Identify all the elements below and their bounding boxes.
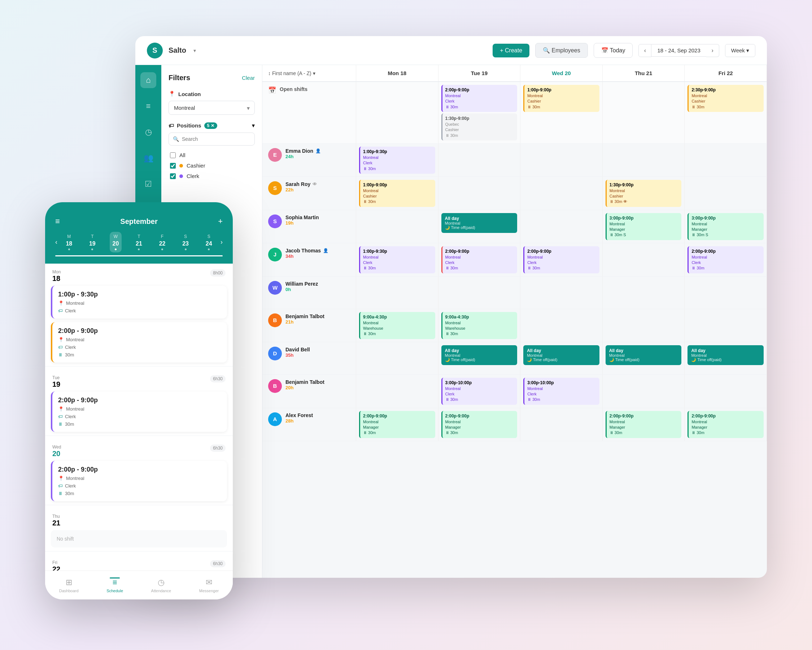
alex-shift-mon[interactable]: 2:00p-9:00p Montreal Manager ⏸ 30m xyxy=(359,411,435,438)
emma-fri xyxy=(685,144,767,177)
sarah-fri xyxy=(685,177,767,210)
mobile-day-w[interactable]: W 20 xyxy=(110,232,122,252)
alex-shift-thu[interactable]: 2:00p-9:00p Montreal Manager ⏸ 30m xyxy=(606,411,682,438)
sidebar-check-icon[interactable]: ☑ xyxy=(140,176,156,192)
alex-fri: 2:00p-9:00p Montreal Manager ⏸ 30m xyxy=(685,408,767,441)
mobile-next-week[interactable]: › xyxy=(220,238,223,246)
benjamin2-wed: 3:00p-10:00p Montreal Clerk ⏸ 30m xyxy=(520,375,603,408)
mobile-week-nav: ‹ M 18 T 19 W 20 xyxy=(55,232,223,252)
benjamin2-fri xyxy=(685,375,767,408)
mobile-days: M 18 T 19 W 20 T xyxy=(57,232,220,252)
david-name: David Bell xyxy=(285,347,310,352)
location-select[interactable]: Montreal xyxy=(168,101,255,115)
open-shift-fri-card[interactable]: 2:30p-9:00p Montreal Cashier ⏸ 30m xyxy=(687,85,764,112)
mobile-day-s2[interactable]: S 24 xyxy=(203,232,215,252)
mobile-nav-attendance[interactable]: ◷ Attendance xyxy=(151,578,171,593)
sarah-shift-mon[interactable]: 1:00p-9:00p Montreal Cashier ⏸ 30m xyxy=(359,180,435,207)
benjamin2-shift-wed[interactable]: 3:00p-10:00p Montreal Clerk ⏸ 30m xyxy=(523,378,600,405)
mobile-day-t1[interactable]: T 19 xyxy=(86,232,99,252)
mobile-shift-loc-mon-2: 📍 Montreal xyxy=(58,337,221,342)
positions-collapse-icon[interactable]: ▾ xyxy=(252,122,255,129)
alex-shift-tue[interactable]: 2:00p-9:00p Montreal Manager ⏸ 30m xyxy=(441,411,517,438)
today-button[interactable]: 📅 Today xyxy=(594,43,633,58)
jacob-shift-tue[interactable]: 2:00p-9:00p Montreal Clerk ⏸ 30m xyxy=(441,246,517,273)
mobile-shift-wed-1[interactable]: 2:00p - 9:00p 📍 Montreal 🏷 Clerk ⏸ 30m xyxy=(51,461,227,501)
sort-header[interactable]: ↕ First name (A - Z) ▾ xyxy=(263,65,356,81)
sophia-name: Sophia Martin xyxy=(285,214,319,220)
benjamin2-shift-tue[interactable]: 3:00p-10:00p Montreal Clerk ⏸ 30m xyxy=(441,378,517,405)
schedule-area: ↕ First name (A - Z) ▾ Mon 18 Tue 19 Wed… xyxy=(263,65,767,578)
david-timeoff-wed[interactable]: All day Montreal 🌙 Time off(paid) xyxy=(523,345,600,365)
all-checkbox[interactable] xyxy=(170,152,176,158)
location-pin-icon2: 📍 xyxy=(58,337,64,342)
jacob-shift-wed[interactable]: 2:00p-9:00p Montreal Clerk ⏸ 30m xyxy=(523,246,600,273)
mobile-add-icon[interactable]: + xyxy=(218,217,223,226)
next-week-button[interactable]: › xyxy=(706,44,719,57)
clear-button[interactable]: Clear xyxy=(242,75,255,81)
mobile-menu-icon[interactable]: ≡ xyxy=(55,217,60,226)
all-checkbox-item[interactable]: All xyxy=(168,150,255,161)
emma-hours: 24h xyxy=(285,154,321,159)
mobile-shift-mon-1[interactable]: 1:00p - 9:30p 📍 Montreal 🏷 Clerk xyxy=(51,286,227,318)
prev-week-button[interactable]: ‹ xyxy=(638,44,652,57)
cashier-checkbox[interactable] xyxy=(170,163,176,169)
sophia-timeoff-tue[interactable]: All day Montreal 🌙 Time off(paid) xyxy=(441,213,517,233)
emma-mon: 1:00p-9:30p Montreal Clerk ⏸ 30m xyxy=(356,144,438,177)
benjamin2-tue: 3:00p-10:00p Montreal Clerk ⏸ 30m xyxy=(438,375,521,408)
mobile-day-num-mon: Mon 18 xyxy=(52,269,70,283)
sidebar-home-icon[interactable]: ⌂ xyxy=(140,72,156,88)
jacob-shift-fri[interactable]: 2:00p-9:00p Montreal Clerk ⏸ 30m xyxy=(687,246,764,273)
benjamin1-shift-tue[interactable]: 9:00a-4:30p Montreal Warehouse ⏸ 30m xyxy=(441,312,517,339)
mobile-nav-schedule[interactable]: ≡ Schedule xyxy=(107,577,123,593)
app-name: Salto xyxy=(168,46,186,55)
sophia-shift-fri[interactable]: 3:00p-9:00p Montreal Manager ⏸ 30m S xyxy=(687,213,764,240)
open-shift-card-gray[interactable]: 1:30p-9:00p Quebec Cashier ⏸ 30m xyxy=(441,113,517,141)
divider-4 xyxy=(45,551,233,551)
emma-shift-mon[interactable]: 1:00p-9:30p Montreal Clerk ⏸ 30m xyxy=(359,147,435,174)
mobile-day-m[interactable]: M 18 xyxy=(63,232,75,252)
positions-clear-icon[interactable]: ✕ xyxy=(211,123,214,128)
location-pin-icon: 📍 xyxy=(168,91,176,97)
eye-icon: 👁 xyxy=(313,182,317,187)
employee-row-jacob: J Jacob Thomas 👤 34h 1:00p-9:30p Montrea… xyxy=(263,243,767,277)
mobile-shift-loc-mon-1: 📍 Montreal xyxy=(58,300,221,306)
sidebar-list-icon[interactable]: ≡ xyxy=(140,98,156,114)
open-shift-card-orange[interactable]: 1:00p-9:00p Montreal Cashier ⏸ 30m xyxy=(523,85,600,112)
mobile-day-s1[interactable]: S 23 xyxy=(179,232,192,252)
jacob-shift-mon[interactable]: 1:00p-9:30p Montreal Clerk ⏸ 30m xyxy=(359,246,435,273)
alex-shift-fri[interactable]: 2:00p-9:00p Montreal Manager ⏸ 30m xyxy=(687,411,764,438)
david-timeoff-fri[interactable]: All day Montreal 🌙 Time off(paid) xyxy=(687,345,764,365)
clerk-checkbox-item[interactable]: Clerk xyxy=(168,171,255,181)
cashier-checkbox-item[interactable]: Cashier xyxy=(168,161,255,171)
employee-row-benjamin2: B Benjamin Talbot 20h 3:00p-10:00p Montr… xyxy=(263,375,767,408)
week-view-button[interactable]: Week ▾ xyxy=(725,44,756,57)
benjamin2-info: Benjamin Talbot 20h xyxy=(285,379,324,390)
top-bar: S Salto ▾ + Create 🔍 Employees 📅 Today ‹… xyxy=(135,36,767,65)
open-shift-card[interactable]: 2:00p-9:00p Montreal Clerk ⏸ 30m xyxy=(441,85,517,112)
open-shifts-tue: 2:00p-9:00p Montreal Clerk ⏸ 30m 1:30p-9… xyxy=(438,82,521,143)
mobile-shift-tue-1[interactable]: 2:00p - 9:00p 📍 Montreal 🏷 Clerk ⏸ 30m xyxy=(51,392,227,432)
mobile-nav-dashboard[interactable]: ⊞ Dashboard xyxy=(59,578,79,593)
employees-button[interactable]: 🔍 Employees xyxy=(535,43,588,58)
create-button[interactable]: + Create xyxy=(493,44,530,57)
app-chevron-icon[interactable]: ▾ xyxy=(194,47,196,54)
positions-search-input[interactable] xyxy=(168,133,255,145)
mobile-day-header-mon: Mon 18 8h00 xyxy=(45,264,233,286)
clerk-checkbox[interactable] xyxy=(170,173,176,179)
clerk-dot-icon xyxy=(179,174,183,178)
sophia-shift-thu[interactable]: 3:00p-9:00p Montreal Manager ⏸ 30m S xyxy=(606,213,682,240)
david-timeoff-thu[interactable]: All day Montreal 🌙 Time off(paid) xyxy=(606,345,682,365)
sarah-shift-thu[interactable]: 1:30p-9:00p Montreal Cashier ⏸ 30m 👁 xyxy=(606,180,682,207)
mobile-shift-mon-2[interactable]: 2:00p - 9:00p 📍 Montreal 🏷 Clerk ⏸ 30m xyxy=(51,322,227,362)
sidebar-clock-icon[interactable]: ◷ xyxy=(140,124,156,140)
mobile-shift-time-wed-1: 2:00p - 9:00p xyxy=(58,466,221,473)
mobile-nav-messenger[interactable]: ✉ Messenger xyxy=(199,578,219,593)
mobile-day-f[interactable]: F 22 xyxy=(156,232,168,252)
mobile-day-header-tue: Tue 19 6h30 xyxy=(45,369,233,392)
mobile-day-t2[interactable]: T 21 xyxy=(133,232,145,252)
david-timeoff-tue[interactable]: All day Montreal 🌙 Time off(paid) xyxy=(441,345,517,365)
sidebar-people-icon[interactable]: 👥 xyxy=(140,150,156,166)
mobile-app: ≡ September + ‹ M 18 T 19 xyxy=(45,202,233,600)
benjamin1-shift-mon[interactable]: 9:00a-4:30p Montreal Warehouse ⏸ 30m xyxy=(359,312,435,339)
day-header-mon: Mon 18 xyxy=(356,65,438,81)
